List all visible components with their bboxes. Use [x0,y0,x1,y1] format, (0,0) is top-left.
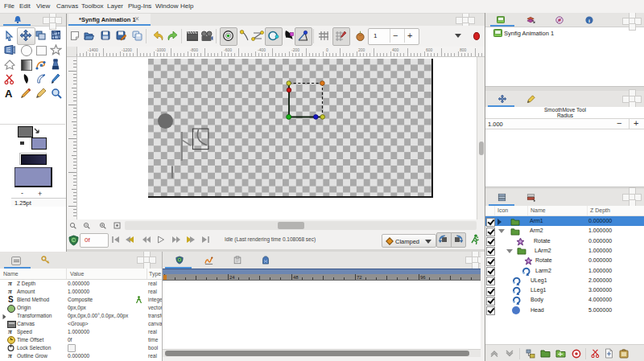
svg-text:800: 800 [460,47,467,52]
svg-text:-1400: -1400 [88,47,98,52]
svg-text:-1200: -1200 [122,47,132,52]
svg-text:-600: -600 [224,47,232,52]
svg-text:400: 400 [392,47,399,52]
svg-text:i: i [588,18,590,23]
svg-text:-1000: -1000 [155,47,166,52]
svg-text:-800: -800 [190,47,198,52]
svg-text:200: 200 [358,47,365,52]
svg-text:0: 0 [326,47,328,52]
svg-text:24: 24 [229,275,235,280]
svg-text:96: 96 [420,275,426,280]
svg-text:-400: -400 [258,47,266,52]
svg-text:48: 48 [293,275,299,280]
svg-text:600: 600 [426,47,433,52]
svg-text:-200: -200 [291,47,299,52]
svg-text:72: 72 [357,275,362,280]
